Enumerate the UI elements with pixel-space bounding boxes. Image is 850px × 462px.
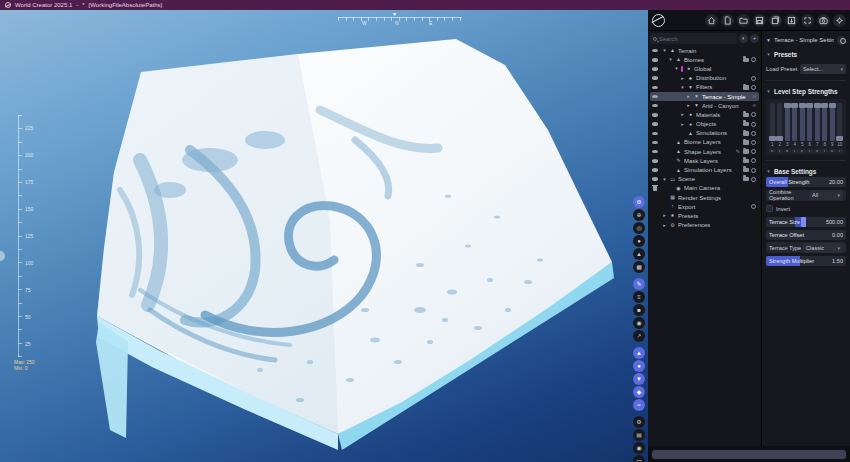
add-node-button[interactable]: + <box>750 34 759 43</box>
level-step-value-box[interactable] <box>777 149 784 154</box>
gear-icon[interactable] <box>751 204 756 209</box>
sphere-tool-icon[interactable]: ● <box>633 360 645 372</box>
save-icon[interactable] <box>753 14 766 27</box>
chevron-right-icon[interactable] <box>686 94 691 99</box>
chevron-right-icon[interactable] <box>662 223 667 228</box>
gear-icon[interactable] <box>751 177 756 182</box>
stamp-mountain-icon[interactable]: ▲ <box>633 248 645 260</box>
level-step-slider[interactable]: 8 <box>822 103 829 153</box>
level-step-slider[interactable]: 10 <box>837 103 844 153</box>
level-step-slider[interactable]: 1 <box>769 103 776 153</box>
preset-select-dropdown[interactable]: Select... ▾ <box>800 64 846 74</box>
tree-item-terrain[interactable]: ▲Terrain <box>650 46 759 55</box>
save-as-icon[interactable] <box>785 14 798 27</box>
eye-icon[interactable] <box>652 95 658 99</box>
tree-item-global[interactable]: ●Global <box>650 64 759 73</box>
layers-icon[interactable]: ≡ <box>633 291 645 303</box>
chevron-down-icon[interactable] <box>662 48 667 53</box>
eye-icon[interactable] <box>652 132 658 136</box>
strength-multiplier-slider[interactable]: Strength Multiplier 1.50 <box>766 256 846 266</box>
open-folder-icon[interactable] <box>737 14 750 27</box>
tree-item-biome-layers[interactable]: ▲Biome Layers <box>650 138 759 147</box>
chevron-right-icon[interactable] <box>680 122 685 127</box>
eye-icon[interactable] <box>652 67 658 71</box>
level-step-slider[interactable]: 9 <box>829 103 836 153</box>
settings-icon[interactable]: ⚙ <box>633 416 645 428</box>
settings-gear-button[interactable] <box>837 36 846 45</box>
folder-icon[interactable] <box>743 149 749 154</box>
folder-icon[interactable] <box>743 140 749 145</box>
resize-icon[interactable]: ↗ <box>633 330 645 342</box>
level-step-value-box[interactable] <box>792 149 799 154</box>
chevron-right-icon[interactable] <box>686 103 691 108</box>
tree-item-export[interactable]: ↑Export <box>650 202 759 211</box>
level-step-slider[interactable]: 6 <box>807 103 814 153</box>
level-step-slider[interactable]: 7 <box>814 103 821 153</box>
tree-item-shape-layers[interactable]: ▲Shape Layers✎ <box>650 147 759 156</box>
eye-icon[interactable] <box>652 177 658 181</box>
square-icon[interactable]: ■ <box>633 304 645 316</box>
eye-icon[interactable] <box>652 122 658 126</box>
level-step-value-box[interactable] <box>769 149 776 154</box>
tree-item-presets[interactable]: ★Presets <box>650 211 759 220</box>
terrace-size-slider[interactable]: Terrace Size 500.00 <box>766 217 846 227</box>
tools-icon[interactable] <box>833 14 846 27</box>
brush-icon[interactable]: ✎ <box>633 278 645 290</box>
folder-icon[interactable] <box>743 177 749 182</box>
chevron-down-icon[interactable] <box>674 66 679 71</box>
eye-icon[interactable] <box>652 49 658 53</box>
fullscreen-icon[interactable] <box>801 14 814 27</box>
save-copy-icon[interactable] <box>769 14 782 27</box>
scrollbar-thumb[interactable] <box>651 449 847 460</box>
new-file-icon[interactable] <box>721 14 734 27</box>
tree-item-render-settings[interactable]: ▦Render Settings <box>650 193 759 202</box>
folder-icon[interactable] <box>743 113 749 118</box>
tree-item-distribution[interactable]: ♣Distribution <box>650 74 759 83</box>
screenshot-icon[interactable] <box>817 14 830 27</box>
tree-item-terrace-simple[interactable]: ▼Terrace - Simple∞ <box>650 92 759 101</box>
terrain-tool-icon[interactable]: ▲ <box>633 347 645 359</box>
terrace-type-dropdown[interactable]: Classic ▾ <box>803 243 843 253</box>
gear-icon[interactable] <box>751 158 756 163</box>
eye-icon[interactable] <box>652 76 658 80</box>
level-step-value-box[interactable] <box>807 149 814 154</box>
level-step-slider[interactable]: 5 <box>799 103 806 153</box>
eye-icon[interactable] <box>652 113 658 117</box>
tree-item-preferences[interactable]: ⚙Preferences <box>650 221 759 230</box>
pen-icon[interactable]: ✎ <box>736 149 740 154</box>
gear-icon[interactable] <box>751 140 756 145</box>
tree-item-mask-layers[interactable]: ✎Mask Layers <box>650 156 759 165</box>
tree-item-filters[interactable]: ▼Filters <box>650 83 759 92</box>
visibility-filter-button[interactable]: ◐ <box>739 34 748 43</box>
chevron-right-icon[interactable] <box>680 112 685 117</box>
chevron-right-icon[interactable] <box>662 213 667 218</box>
terrace-offset-slider[interactable]: Terrace Offset 0.00 <box>766 230 846 240</box>
eye-icon[interactable] <box>652 150 658 154</box>
invert-checkbox[interactable] <box>766 205 773 212</box>
link-icon[interactable]: ∞ <box>752 94 756 99</box>
gear-icon[interactable] <box>751 57 756 62</box>
home-icon[interactable] <box>705 14 718 27</box>
folder-icon[interactable] <box>743 58 749 63</box>
tree-item-biomes[interactable]: ▲Biomes <box>650 55 759 64</box>
target-icon[interactable]: ◎ <box>633 222 645 234</box>
pin-icon[interactable]: ◉ <box>633 442 645 454</box>
level-step-slider[interactable]: 4 <box>792 103 799 153</box>
tree-item-materials[interactable]: ●Materials <box>650 110 759 119</box>
terrain-render[interactable] <box>0 10 648 462</box>
delete-icon[interactable] <box>653 186 657 191</box>
chevron-down-icon[interactable] <box>662 177 667 182</box>
folder-icon[interactable] <box>743 168 749 173</box>
filter-tool-icon[interactable]: ▼ <box>633 373 645 385</box>
cube-tool-icon[interactable]: ◆ <box>633 386 645 398</box>
overall-strength-slider[interactable]: Overall Strength 20.00 <box>766 177 846 187</box>
droplet-icon[interactable]: ● <box>633 235 645 247</box>
tree-item-main-camera[interactable]: ◉Main Camera <box>650 184 759 193</box>
panel-scrollbar[interactable] <box>648 446 850 462</box>
gear-icon[interactable]: ⚙ <box>633 196 645 208</box>
image-icon[interactable]: ▭ <box>633 455 645 462</box>
gear-icon[interactable] <box>751 76 756 81</box>
search-input[interactable] <box>650 33 737 44</box>
level-step-slider[interactable]: 2 <box>777 103 784 153</box>
eye-icon[interactable] <box>652 141 658 145</box>
